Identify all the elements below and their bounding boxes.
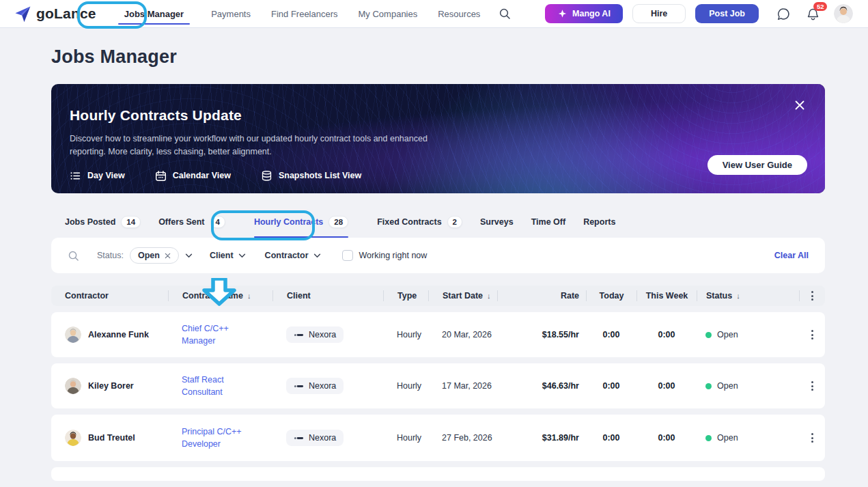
tab-jobs-posted[interactable]: Jobs Posted14 xyxy=(65,216,141,238)
start-date-cell: 17 Mar, 2026 xyxy=(428,381,497,391)
contractor-cell[interactable]: Bud Treutel xyxy=(51,430,168,446)
type-cell: Hourly xyxy=(383,381,428,391)
contractor-cell[interactable]: Alexanne Funk xyxy=(51,326,168,343)
type-cell: Hourly xyxy=(383,330,428,339)
working-right-now-toggle[interactable]: Working right now xyxy=(342,250,428,261)
snapshots-list-view-link[interactable]: Snapshots List View xyxy=(261,170,361,182)
contractor-avatar xyxy=(65,378,81,394)
this-week-cell: 0:00 xyxy=(636,433,697,443)
tab-fixed-contracts[interactable]: Fixed Contracts2 xyxy=(377,216,462,238)
this-week-cell: 0:00 xyxy=(636,381,697,391)
sort-desc-icon: ↓ xyxy=(487,292,491,300)
hourly-contracts-update-banner: Hourly Contracts Update Discover how to … xyxy=(51,84,825,193)
status-open-dot xyxy=(705,332,712,338)
col-contract-name[interactable]: Contract Name↓ xyxy=(168,290,272,301)
row-actions[interactable] xyxy=(799,327,825,342)
tab-count-badge: 14 xyxy=(121,216,141,228)
rate-cell: $46.63/hr xyxy=(497,381,586,391)
chip-remove-icon[interactable] xyxy=(165,253,171,259)
notifications-bell-icon[interactable]: 52 xyxy=(806,7,820,21)
sort-desc-icon: ↓ xyxy=(736,292,740,300)
status-chevron-down-icon[interactable] xyxy=(185,253,193,258)
rate-cell: $31.89/hr xyxy=(497,433,586,443)
start-date-cell: 27 Feb, 2026 xyxy=(428,433,497,443)
tab-offers-sent[interactable]: Offers Sent4 xyxy=(158,216,225,238)
nav-item-my-companies[interactable]: My Companies xyxy=(348,0,428,27)
today-cell: 0:00 xyxy=(586,381,636,391)
nav-item-find-freelancers[interactable]: Find Freelancers xyxy=(261,0,348,27)
calendar-icon xyxy=(155,170,167,182)
tab-surveys[interactable]: Surveys xyxy=(480,217,514,236)
nav-item-jobs-manager[interactable]: Jobs Manager xyxy=(114,0,194,27)
kebab-icon xyxy=(809,378,816,393)
contractor-cell[interactable]: Kiley Borer xyxy=(51,378,168,394)
today-cell: 0:00 xyxy=(586,433,636,443)
banner-close-icon[interactable] xyxy=(794,100,805,111)
client-chip[interactable]: Nexora xyxy=(286,326,344,343)
this-week-cell: 0:00 xyxy=(636,330,697,339)
snapshots-stack-icon xyxy=(261,170,272,182)
contract-name-link[interactable]: Principal C/C++ Developer xyxy=(168,426,272,450)
status-cell: Open xyxy=(697,330,799,339)
day-view-link[interactable]: Day View xyxy=(70,170,125,182)
client-cell: Nexora xyxy=(272,326,383,343)
contract-name-link[interactable]: Chief C/C++ Manager xyxy=(168,322,272,347)
page-title: Jobs Manager xyxy=(51,46,825,68)
start-date-cell: 20 Mar, 2026 xyxy=(428,330,497,339)
nav-item-resources[interactable]: Resources xyxy=(428,0,490,27)
post-job-button[interactable]: Post Job xyxy=(695,4,759,23)
col-start-date[interactable]: Start Date↓ xyxy=(428,290,497,301)
chat-icon[interactable] xyxy=(776,7,791,21)
banner-description: Discover how to streamline your workflow… xyxy=(70,133,438,159)
chevron-down-icon xyxy=(238,253,246,258)
top-navbar: goLance Jobs Manager Payments Find Freel… xyxy=(0,0,868,28)
hire-button[interactable]: Hire xyxy=(632,4,686,23)
tab-count-badge: 28 xyxy=(328,216,348,228)
table-row-partial xyxy=(51,467,825,481)
col-today: Today xyxy=(586,290,636,301)
col-type: Type xyxy=(383,290,428,301)
tab-time-off[interactable]: Time Off xyxy=(531,217,565,236)
table-row: Kiley Borer Staff React Consultant Nexor… xyxy=(51,363,825,408)
tab-reports[interactable]: Reports xyxy=(583,217,615,236)
calendar-view-link[interactable]: Calendar View xyxy=(155,170,231,182)
status-open-dot xyxy=(705,383,712,389)
golance-logo[interactable]: goLance xyxy=(14,5,96,23)
clear-all-link[interactable]: Clear All xyxy=(774,251,809,260)
table-row: Alexanne Funk Chief C/C++ Manager Nexora… xyxy=(51,312,825,357)
kebab-icon xyxy=(809,327,816,342)
user-avatar[interactable] xyxy=(834,4,853,23)
filters-bar: Status: Open Client Contractor Working r… xyxy=(51,238,825,273)
search-icon[interactable] xyxy=(499,8,511,20)
golance-logo-icon xyxy=(14,5,31,23)
contractor-avatar xyxy=(65,326,81,343)
nexora-logo-icon xyxy=(294,383,304,389)
status-open-chip[interactable]: Open xyxy=(130,247,179,264)
client-chip[interactable]: Nexora xyxy=(286,378,344,394)
tab-count-badge: 2 xyxy=(447,216,462,228)
nav-menu: Jobs Manager Payments Find Freelancers M… xyxy=(107,0,491,27)
col-status[interactable]: Status↓ xyxy=(697,290,799,301)
mango-ai-button[interactable]: Mango AI xyxy=(545,4,623,23)
col-contractor: Contractor xyxy=(51,290,168,301)
kebab-icon xyxy=(809,288,816,303)
status-open-dot xyxy=(705,435,712,441)
view-user-guide-button[interactable]: View User Guide xyxy=(708,155,807,175)
nav-item-payments[interactable]: Payments xyxy=(201,0,261,27)
client-filter-dropdown[interactable]: Client xyxy=(210,251,246,260)
header-kebab-menu[interactable] xyxy=(799,290,825,301)
col-client: Client xyxy=(272,290,383,301)
nexora-logo-icon xyxy=(294,435,304,441)
client-chip[interactable]: Nexora xyxy=(286,430,344,446)
jobs-manager-tabs: Jobs Posted14 Offers Sent4 Hourly Contra… xyxy=(51,216,825,238)
brand-name: goLance xyxy=(36,5,96,22)
kebab-icon xyxy=(809,430,816,445)
working-right-now-checkbox[interactable] xyxy=(342,250,353,261)
status-cell: Open xyxy=(697,381,799,391)
filter-search-icon[interactable] xyxy=(68,250,79,262)
tab-hourly-contracts[interactable]: Hourly Contracts28 xyxy=(254,216,348,238)
row-actions[interactable] xyxy=(799,430,825,445)
contract-name-link[interactable]: Staff React Consultant xyxy=(168,374,272,398)
row-actions[interactable] xyxy=(799,378,825,393)
contractor-filter-dropdown[interactable]: Contractor xyxy=(265,251,321,260)
